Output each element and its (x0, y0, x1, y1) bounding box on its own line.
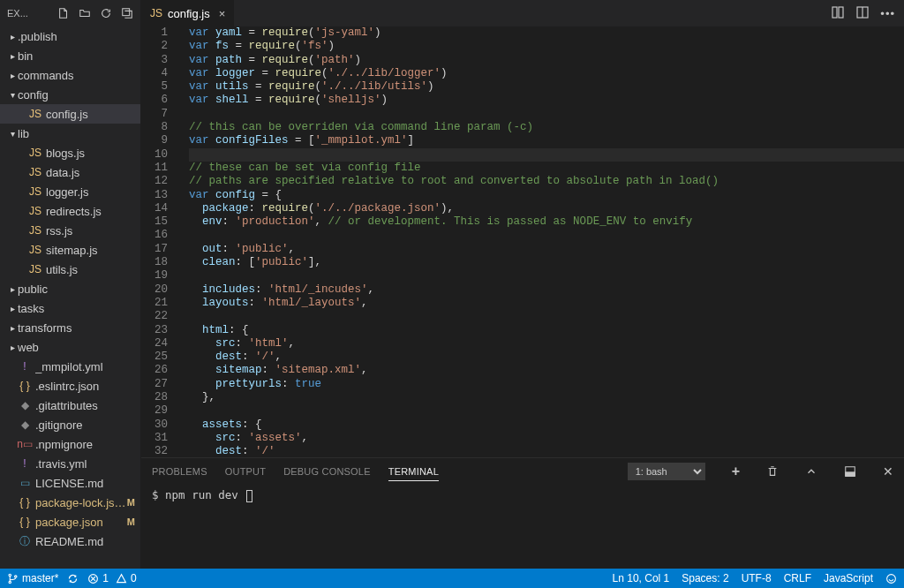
json-icon: { } (18, 380, 32, 392)
sync-icon[interactable] (67, 573, 79, 584)
file-license-md[interactable]: ▭LICENSE.md (0, 473, 140, 493)
js-icon: JS (28, 224, 42, 237)
folder-bin[interactable]: ▸bin (0, 46, 140, 65)
terminal-prompt: $ (152, 488, 159, 501)
git-icon: ◆ (18, 399, 32, 411)
file--eslintrc-json[interactable]: { }.eslintrc.json (0, 376, 140, 396)
chevron-icon: ▸ (7, 71, 18, 80)
file-package-json[interactable]: { }package.jsonM (0, 512, 140, 531)
file--gitattributes[interactable]: ◆.gitattributes (0, 396, 140, 415)
folder-web[interactable]: ▸web (0, 337, 140, 357)
panel-tabs: PROBLEMS OUTPUT DEBUG CONSOLE TERMINAL 1… (141, 458, 904, 485)
tree-label: .gitattributes (35, 399, 140, 412)
tree-label: config.js (46, 108, 140, 121)
new-folder-icon[interactable] (79, 7, 91, 19)
svg-point-6 (9, 574, 11, 576)
panel-tab-problems[interactable]: PROBLEMS (152, 463, 207, 480)
more-icon[interactable]: ••• (880, 7, 895, 20)
eol[interactable]: CRLF (784, 572, 811, 584)
line-gutter: 1234567891011121314151617181920212223242… (141, 26, 180, 457)
folder-transforms[interactable]: ▸transforms (0, 318, 140, 337)
file-config-js[interactable]: JSconfig.js (0, 104, 140, 124)
tree-label: blogs.js (46, 147, 140, 160)
npm-icon: n▭ (18, 438, 32, 450)
tree-label: .eslintrc.json (35, 380, 140, 393)
chevron-icon: ▸ (7, 32, 18, 41)
code-editor[interactable]: 1234567891011121314151617181920212223242… (141, 26, 904, 457)
tree-label: .publish (18, 30, 140, 43)
file--npmignore[interactable]: n▭.npmignore (0, 434, 140, 454)
terminal[interactable]: $ npm run dev (141, 485, 904, 569)
cursor-position[interactable]: Ln 10, Col 1 (613, 572, 670, 584)
panel-tab-output[interactable]: OUTPUT (225, 463, 266, 480)
code-content[interactable]: var yaml = require('js-yaml')var fs = re… (180, 26, 904, 457)
json-icon: { } (18, 516, 32, 528)
terminal-select[interactable]: 1: bash (628, 463, 705, 480)
file-package-lock-json[interactable]: { }package-lock.jsonM (0, 493, 140, 512)
refresh-icon[interactable] (100, 7, 112, 19)
panel-tab-terminal[interactable]: TERMINAL (388, 463, 439, 481)
compare-icon[interactable] (831, 5, 845, 22)
folder-public[interactable]: ▸public (0, 279, 140, 298)
tree-label: bin (18, 49, 140, 63)
modified-badge: M (127, 516, 135, 527)
yaml-icon: ! (18, 360, 32, 373)
file-rss-js[interactable]: JSrss.js (0, 221, 140, 240)
maximize-panel-icon[interactable] (805, 465, 817, 478)
file--travis-yml[interactable]: !.travis.yml (0, 454, 140, 473)
js-icon: JS (150, 7, 162, 19)
tree-label: _mmpilot.yml (35, 360, 140, 373)
git-icon: ◆ (18, 418, 32, 431)
close-icon[interactable]: × (219, 7, 226, 20)
json-icon: { } (18, 496, 32, 509)
close-panel-icon[interactable]: ✕ (883, 464, 893, 479)
file-readme-md[interactable]: ⓘREADME.md (0, 531, 140, 551)
kill-terminal-icon[interactable] (766, 465, 779, 478)
tab-config-js[interactable]: JS config.js × (141, 0, 235, 26)
chevron-icon: ▸ (7, 284, 18, 294)
folder-config[interactable]: ▾config (0, 85, 140, 104)
tree-label: .npmignore (35, 438, 140, 451)
tree-label: tasks (18, 302, 140, 315)
explorer-title: EX... (7, 8, 57, 19)
panel-tab-debug[interactable]: DEBUG CONSOLE (283, 463, 371, 480)
file--gitignore[interactable]: ◆.gitignore (0, 415, 140, 434)
editor-area: JS config.js × ••• 123456789101112131415… (141, 0, 904, 569)
folder--publish[interactable]: ▸.publish (0, 26, 140, 46)
indentation[interactable]: Spaces: 2 (682, 572, 728, 584)
terminal-cursor (246, 490, 252, 502)
svg-rect-2 (839, 7, 843, 18)
folder-tasks[interactable]: ▸tasks (0, 298, 140, 318)
panel: PROBLEMS OUTPUT DEBUG CONSOLE TERMINAL 1… (141, 457, 904, 569)
file-utils-js[interactable]: JSutils.js (0, 260, 140, 279)
feedback-icon[interactable] (885, 573, 897, 584)
file-redirects-js[interactable]: JSredirects.js (0, 201, 140, 221)
file-tree[interactable]: ▸.publish▸bin▸commands▾configJSconfig.js… (0, 26, 140, 569)
js-icon: JS (28, 205, 42, 217)
chevron-icon: ▸ (7, 51, 18, 61)
folder-commands[interactable]: ▸commands (0, 65, 140, 85)
file-sitemap-js[interactable]: JSsitemap.js (0, 240, 140, 260)
new-terminal-icon[interactable]: + (732, 464, 740, 479)
git-branch[interactable]: master* (7, 572, 58, 584)
folder-lib[interactable]: ▾lib (0, 124, 140, 143)
language-mode[interactable]: JavaScript (824, 572, 873, 584)
tree-label: data.js (46, 166, 140, 179)
file-data-js[interactable]: JSdata.js (0, 162, 140, 182)
move-panel-icon[interactable] (844, 465, 856, 478)
problems-indicator[interactable]: 1 0 (87, 572, 136, 584)
js-icon: JS (28, 108, 42, 120)
explorer-sidebar: EX... ▸.publish▸bin▸commands▾ (0, 0, 141, 569)
file-blogs-js[interactable]: JSblogs.js (0, 143, 140, 162)
tree-label: commands (18, 69, 140, 82)
collapse-all-icon[interactable] (121, 7, 133, 19)
file--mmpilot-yml[interactable]: !_mmpilot.yml (0, 357, 140, 376)
split-editor-icon[interactable] (855, 5, 870, 22)
chevron-icon: ▸ (7, 304, 18, 313)
tree-label: lib (18, 127, 140, 140)
info-icon: ⓘ (18, 534, 32, 549)
svg-point-7 (9, 581, 11, 583)
file-logger-js[interactable]: JSlogger.js (0, 182, 140, 201)
encoding[interactable]: UTF-8 (742, 572, 772, 584)
new-file-icon[interactable] (57, 7, 70, 19)
